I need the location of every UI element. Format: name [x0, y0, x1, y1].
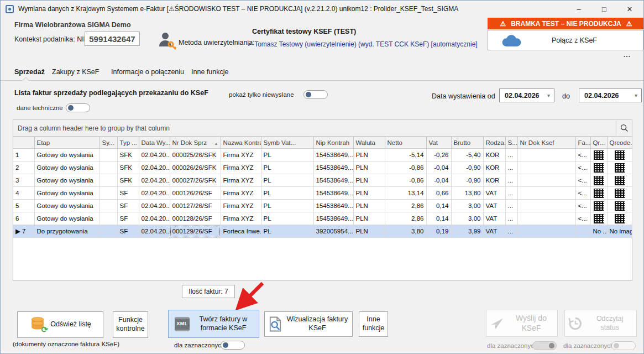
cell-sy[interactable]	[100, 149, 117, 162]
cell-nip[interactable]: 154538649...	[313, 200, 353, 212]
cell-symb[interactable]: PL	[261, 174, 313, 187]
cell-symb[interactable]: PL	[261, 162, 313, 174]
cell-symb[interactable]: PL	[261, 187, 313, 200]
tab-sprzedaz[interactable]: Sprzedaż	[14, 68, 45, 76]
table-row[interactable]: 1Gotowy do wysłaniaSFK02.04.20...000025/…	[13, 149, 632, 162]
cell-rodza[interactable]: VAT	[483, 225, 505, 238]
cell-sy[interactable]	[100, 162, 117, 174]
nip-field[interactable]: 5991432647	[85, 32, 140, 46]
cell-nazwa[interactable]: Firma XYZ	[221, 187, 261, 200]
cell-netto[interactable]: 2,86	[385, 200, 426, 212]
cell-etap[interactable]: Gotowy do wysłania	[34, 200, 100, 212]
send-to-ksef-button[interactable]: Wyślij do KSeF	[486, 310, 558, 337]
control-functions-button[interactable]: Funkcje kontrolne	[113, 311, 148, 338]
refresh-list-button[interactable]: ⟳ Odśwież listę	[17, 311, 103, 338]
group-by-panel[interactable]: Drag a column header here to group by th…	[13, 120, 632, 136]
cell-waluta[interactable]: PLN	[353, 149, 385, 162]
cell-data_wy[interactable]: 02.04.20...	[139, 200, 170, 212]
cell-netto[interactable]: 13,14	[385, 187, 426, 200]
cell-qrcode[interactable]	[607, 174, 632, 187]
cell-brutto[interactable]: 3,99	[451, 225, 483, 238]
cell-data_wy[interactable]: 02.04.20...	[139, 162, 170, 174]
cell-brutto[interactable]: 13,80	[451, 187, 483, 200]
col-header-sy[interactable]: Sy...	[100, 137, 117, 149]
col-header-vat[interactable]: Vat	[426, 137, 451, 149]
cell-sy[interactable]	[100, 212, 117, 225]
other-functions-button[interactable]: Inne funkcje	[359, 311, 388, 337]
cell-waluta[interactable]: PLN	[353, 225, 385, 238]
search-button[interactable]	[616, 120, 632, 136]
cell-qr[interactable]	[590, 162, 607, 174]
cell-rodza[interactable]: KOR	[483, 174, 505, 187]
table-row[interactable]: 6Gotowy do wysłaniaSF02.04.20...000128/2…	[13, 212, 632, 225]
cell-nr_ksef[interactable]	[517, 225, 575, 238]
col-header-brutto[interactable]: Brutto	[451, 137, 483, 149]
cell-nazwa[interactable]: Firma XYZ	[221, 162, 261, 174]
maximize-button[interactable]: □	[591, 1, 617, 17]
cell-nazwa[interactable]: Firma XYZ	[221, 174, 261, 187]
cell-brutto[interactable]: -5,40	[451, 149, 483, 162]
cell-num[interactable]: 6	[13, 212, 34, 225]
cell-vat[interactable]: 0,14	[426, 200, 451, 212]
cell-etap[interactable]: Gotowy do wysłania	[34, 174, 100, 187]
table-row[interactable]: 4Gotowy do wysłaniaSF02.04.20...000126/2…	[13, 187, 632, 200]
cell-nr_ksef[interactable]	[517, 162, 575, 174]
cell-nip[interactable]: 154538649...	[313, 212, 353, 225]
col-header-qr[interactable]: Qr...	[590, 137, 607, 149]
cell-data_wy[interactable]: 02.04.20...	[139, 225, 170, 238]
cell-nazwa[interactable]: Firma XYZ	[221, 212, 261, 225]
cell-sy[interactable]	[100, 187, 117, 200]
cell-data_wy[interactable]: 02.04.20...	[139, 174, 170, 187]
cell-vat[interactable]: 0,14	[426, 212, 451, 225]
cell-num[interactable]: ▶ 7	[13, 225, 34, 238]
col-header-data_wy[interactable]: Data Wy...	[139, 137, 170, 149]
cell-qrcode[interactable]	[607, 162, 632, 174]
cell-symb[interactable]: PL	[261, 200, 313, 212]
cell-data_wy[interactable]: 02.04.20...	[139, 149, 170, 162]
cell-typ[interactable]: SF	[117, 225, 139, 238]
cell-s[interactable]: ...	[505, 149, 517, 162]
cell-rodza[interactable]: KOR	[483, 149, 505, 162]
cell-data_wy[interactable]: 02.04.20...	[139, 212, 170, 225]
cell-qrcode[interactable]	[607, 200, 632, 212]
cell-fa[interactable]: <...	[575, 174, 590, 187]
cell-etap[interactable]: Do przygotowania	[34, 225, 100, 238]
col-header-s[interactable]: S...	[505, 137, 517, 149]
cell-nr_dok[interactable]: 000129/26/SF	[170, 225, 221, 238]
cell-typ[interactable]: SFK	[117, 162, 139, 174]
cell-symb[interactable]: PL	[261, 225, 313, 238]
cell-rodza[interactable]: VAT	[483, 187, 505, 200]
cell-waluta[interactable]: PLN	[353, 200, 385, 212]
cell-brutto[interactable]: -0,90	[451, 162, 483, 174]
cell-netto[interactable]: -0,86	[385, 174, 426, 187]
cell-nr_ksef[interactable]	[517, 200, 575, 212]
cell-s[interactable]: ...	[505, 225, 517, 238]
toggle-technical-data[interactable]	[66, 103, 90, 112]
cell-waluta[interactable]: PLN	[353, 162, 385, 174]
minimize-button[interactable]: –	[566, 1, 591, 17]
cell-symb[interactable]: PL	[261, 212, 313, 225]
cell-fa[interactable]: <...	[575, 200, 590, 212]
cell-nazwa[interactable]: Firma XYZ	[221, 149, 261, 162]
cell-rodza[interactable]: VAT	[483, 200, 505, 212]
col-header-nip[interactable]: Nip Kontrah	[313, 137, 353, 149]
cell-brutto[interactable]: 3,00	[451, 200, 483, 212]
col-header-rodza[interactable]: Rodza...	[483, 137, 505, 149]
toggle-create-selected[interactable]	[221, 341, 245, 350]
cell-nr_ksef[interactable]	[517, 174, 575, 187]
cell-nr_ksef[interactable]	[517, 212, 575, 225]
table-row[interactable]: 5Gotowy do wysłaniaSF02.04.20...000127/2…	[13, 200, 632, 212]
cell-fa[interactable]: <...	[575, 212, 590, 225]
col-header-qrcode[interactable]: Qrcode...	[607, 137, 632, 149]
more-options-button[interactable]: ...	[624, 51, 631, 59]
cell-qr[interactable]	[590, 212, 607, 225]
table-row[interactable]: 2Gotowy do wysłaniaSFK02.04.20...000026/…	[13, 162, 632, 174]
cell-fa[interactable]: <...	[575, 162, 590, 174]
cell-data_wy[interactable]: 02.04.20...	[139, 187, 170, 200]
col-header-num[interactable]	[13, 137, 34, 149]
cell-waluta[interactable]: PLN	[353, 174, 385, 187]
cell-nr_dok[interactable]: 000127/26/SF	[170, 200, 221, 212]
cell-qr[interactable]	[590, 187, 607, 200]
visualize-invoice-button[interactable]: Wizualizacja faktury KSeF	[264, 311, 353, 337]
read-status-button[interactable]: Odczytaj status	[564, 310, 637, 337]
